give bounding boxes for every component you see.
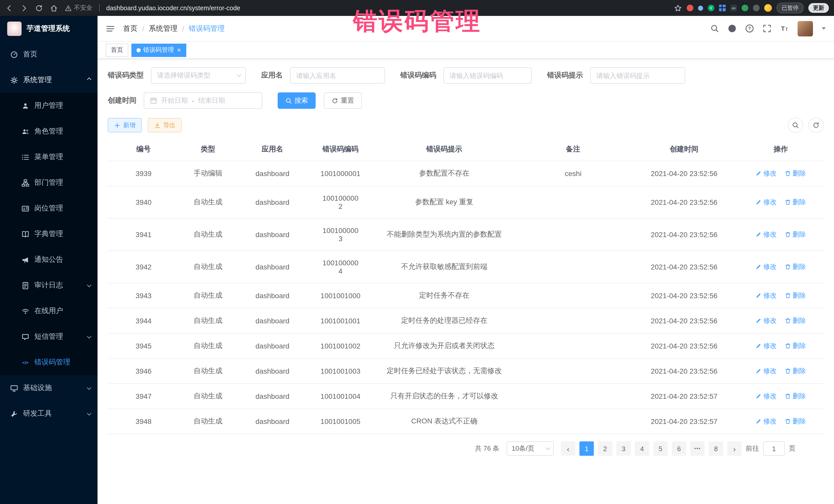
search-button[interactable]: 搜索 [278, 92, 316, 109]
delete-link[interactable]: 删除 [785, 417, 806, 426]
app-name-input[interactable] [290, 67, 385, 84]
export-button[interactable]: 导出 [148, 118, 182, 132]
search-icon[interactable] [710, 24, 719, 33]
user-icon [22, 102, 29, 110]
github-icon[interactable] [728, 24, 737, 33]
breadcrumb-section[interactable]: 系统管理 [149, 24, 178, 33]
tab-home[interactable]: 首页 [106, 43, 128, 57]
error-code-input[interactable] [443, 67, 532, 84]
page-button[interactable]: 2 [598, 441, 612, 456]
next-page-button[interactable]: › [727, 441, 742, 456]
sidebar-item[interactable]: 基础设施 [0, 375, 97, 401]
close-icon[interactable]: × [177, 47, 181, 53]
edit-link[interactable]: 修改 [756, 262, 777, 271]
date-separator: - [192, 97, 194, 105]
sidebar-item[interactable]: 通知公告 [0, 247, 97, 272]
app-logo[interactable]: 芋道管理系统 [0, 16, 97, 42]
reload-icon[interactable] [35, 4, 43, 12]
cell-id: 3944 [108, 308, 179, 333]
sidebar-item[interactable]: 研发工具 [0, 401, 97, 426]
sidebar-item[interactable]: 审计日志 [0, 272, 97, 298]
profile-emoji-icon[interactable] [764, 4, 772, 12]
sidebar-item[interactable]: 在线用户 [0, 298, 97, 324]
cell-id: 3943 [108, 283, 179, 308]
edit-link[interactable]: 修改 [756, 417, 777, 426]
breadcrumb-home[interactable]: 首页 [123, 24, 137, 33]
date-range-picker[interactable]: 开始日期 - 结束日期 [144, 92, 262, 109]
edit-link[interactable]: 修改 [756, 367, 777, 376]
font-size-icon[interactable]: TT [780, 24, 789, 33]
forward-icon[interactable] [20, 4, 28, 12]
sidebar-item[interactable]: 用户管理 [0, 93, 97, 118]
sidebar-item[interactable]: 部门管理 [0, 170, 97, 196]
extension-icon[interactable] [742, 5, 748, 11]
sidebar-item[interactable]: 字典管理 [0, 221, 97, 247]
error-msg-input[interactable] [590, 67, 685, 84]
fullscreen-icon[interactable] [763, 24, 771, 33]
pencil-icon [756, 343, 762, 349]
cell-created: 2021-04-20 23:52:56 [631, 161, 738, 186]
edit-link[interactable]: 修改 [756, 230, 777, 239]
site-security-indicator[interactable]: 不安全 [65, 4, 92, 12]
add-button[interactable]: 新增 [108, 118, 142, 132]
delete-link[interactable]: 删除 [785, 341, 806, 351]
delete-link[interactable]: 删除 [785, 198, 806, 207]
extension-icon[interactable]: on [730, 5, 737, 11]
toggle-search-button[interactable] [788, 117, 803, 133]
address-url[interactable]: dashboard.yudao.iocoder.cn/system/error-… [106, 4, 240, 12]
reset-button[interactable]: 重置 [324, 92, 362, 109]
home-icon[interactable] [50, 4, 58, 12]
delete-link[interactable]: 删除 [785, 230, 806, 239]
page-size-select[interactable]: 10条/页 [507, 441, 554, 456]
column-header: 应用名 [237, 138, 308, 161]
delete-link[interactable]: 删除 [785, 367, 806, 376]
delete-link[interactable]: 删除 [785, 262, 806, 271]
sidebar-item[interactable]: 系统管理 [0, 67, 97, 93]
page-button[interactable]: ••• [690, 441, 705, 456]
sidebar-toggle-icon[interactable] [106, 24, 115, 33]
delete-link[interactable]: 删除 [785, 316, 806, 325]
extension-icon[interactable] [698, 5, 703, 10]
update-button[interactable]: 更新 [808, 3, 829, 13]
extension-icon[interactable]: V [708, 5, 715, 11]
back-icon[interactable] [5, 4, 13, 12]
delete-link[interactable]: 删除 [785, 392, 806, 401]
page-button[interactable]: 3 [616, 441, 631, 456]
prev-page-button[interactable]: ‹ [561, 441, 575, 456]
sidebar-item[interactable]: 短信管理 [0, 324, 97, 350]
filter-app-name: 应用名 [261, 67, 385, 84]
jump-page-input[interactable] [763, 441, 785, 456]
edit-link[interactable]: 修改 [756, 341, 777, 351]
page-button[interactable]: 1 [579, 441, 594, 456]
extension-icon[interactable] [719, 5, 726, 11]
delete-link[interactable]: 删除 [785, 291, 806, 300]
sidebar-item[interactable]: 首页 [0, 42, 97, 67]
chevron-down-icon[interactable] [822, 27, 826, 30]
extension-icon[interactable] [753, 5, 760, 11]
tab-error-code[interactable]: 错误码管理 × [131, 43, 186, 57]
sidebar-item[interactable]: 菜单管理 [0, 144, 97, 170]
trash-icon [785, 393, 791, 399]
paused-badge[interactable]: 已暂停 [776, 3, 804, 13]
page-button[interactable]: 4 [635, 441, 649, 456]
delete-link[interactable]: 删除 [785, 169, 806, 178]
user-avatar[interactable] [797, 21, 813, 36]
refresh-table-button[interactable] [808, 117, 824, 133]
help-icon[interactable]: ? [745, 24, 754, 33]
sidebar-item[interactable]: 岗位管理 [0, 196, 97, 221]
sidebar-item[interactable]: 角色管理 [0, 118, 97, 144]
edit-link[interactable]: 修改 [756, 316, 777, 325]
page-button[interactable]: 8 [709, 441, 723, 456]
edit-link[interactable]: 修改 [756, 392, 777, 401]
sidebar-item[interactable]: </> 错误码管理 [0, 350, 97, 375]
bookmark-star-icon[interactable] [674, 4, 682, 12]
error-type-select[interactable]: 请选择错误码类型 [151, 67, 246, 84]
edit-link[interactable]: 修改 [756, 198, 777, 207]
page-button[interactable]: 6 [672, 441, 686, 456]
extension-icon[interactable] [687, 5, 694, 11]
edit-link[interactable]: 修改 [756, 291, 777, 300]
filter-create-time: 创建时间 开始日期 - 结束日期 [108, 92, 262, 109]
page-button[interactable]: 5 [653, 441, 668, 456]
edit-link[interactable]: 修改 [756, 169, 777, 178]
cell-msg: 参数配置不存在 [373, 161, 516, 186]
